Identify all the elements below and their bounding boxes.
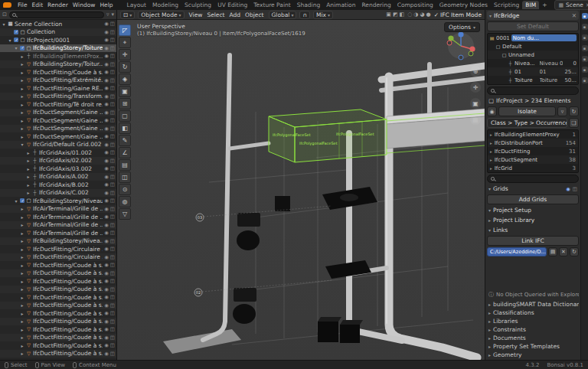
outliner-row[interactable]: ▸ ▽ IfcDuctFitting/Coude à s... ◉ ◫ xyxy=(0,302,116,310)
workspace-tab[interactable]: Texture Paint xyxy=(250,1,293,9)
hide-viewport-eye-icon[interactable]: ◉ xyxy=(104,206,109,212)
hide-viewport-eye-icon[interactable]: ◉ xyxy=(104,254,109,260)
hide-render-camera-icon[interactable]: ◫ xyxy=(110,149,115,155)
sidebar-tab-icon[interactable]: ▪ xyxy=(582,24,588,30)
hide-viewport-eye-icon[interactable]: ◉ xyxy=(104,342,109,348)
hide-render-camera-icon[interactable]: ◫ xyxy=(110,342,115,348)
chevron-right-icon[interactable]: ▸ xyxy=(490,158,492,162)
expand-arrow-icon[interactable]: ▸ xyxy=(20,70,24,75)
blender-logo-icon[interactable] xyxy=(3,2,11,8)
toolbar-tool-button[interactable]: ▣ xyxy=(119,86,131,97)
hide-render-camera-icon[interactable]: ◫ xyxy=(110,142,115,148)
hide-viewport-eye-icon[interactable]: ◉ xyxy=(104,230,109,236)
outliner-row[interactable]: ▾ ▢ IfcProject/0001 ◉ ◫ xyxy=(0,36,116,44)
workspace-tab[interactable]: Animation xyxy=(323,1,358,9)
hide-render-camera-icon[interactable]: ◫ xyxy=(110,93,115,100)
outliner-row[interactable]: ▸ ▽ IfcDuctFitting/Coude à s... ◉ ◫ xyxy=(0,350,116,358)
shading-mode-icon[interactable]: ◕ xyxy=(420,11,424,18)
hide-viewport-eye-icon[interactable]: ◉ xyxy=(104,262,109,268)
outliner-row[interactable]: ▸ ▽ IfcAirTerminal/Grille de ... ◉ ◫ xyxy=(0,229,116,237)
overlay-toggle-icon[interactable]: ▣ xyxy=(386,11,391,18)
hide-render-camera-icon[interactable]: ◫ xyxy=(110,294,115,300)
collection-checkbox[interactable] xyxy=(14,30,18,34)
sidebar-tab-icon[interactable]: ▪ xyxy=(582,13,588,19)
collection-checkbox[interactable] xyxy=(14,38,18,42)
workspace-tab[interactable]: Modeling xyxy=(149,1,181,9)
sidebar-tab-icon[interactable]: ▪ xyxy=(582,77,588,83)
hide-render-camera-icon[interactable]: ◫ xyxy=(110,37,115,43)
outliner-row[interactable]: ▸ ▽ IfcAirTerminal/Grille de ... ◉ ◫ xyxy=(0,205,116,214)
expand-arrow-icon[interactable]: ▾ xyxy=(14,198,18,204)
funnel-icon[interactable]: ▿ xyxy=(557,106,567,116)
chevron-right-icon[interactable]: ▸ xyxy=(490,132,492,137)
outliner-row[interactable]: ▸ ▽ IfcDuctFitting/Coude à s... ◉ ◫ xyxy=(0,269,116,278)
hide-viewport-eye-icon[interactable]: ◉ xyxy=(104,29,109,35)
hide-viewport-eye-icon[interactable]: ◉ xyxy=(104,181,109,188)
topbar-menu[interactable]: Help xyxy=(98,2,114,8)
spatial-tree-row[interactable]: ▢ Default xyxy=(488,42,578,51)
toolbar-tool-button[interactable]: ▢ xyxy=(119,110,131,122)
class-search-input[interactable] xyxy=(487,175,579,183)
expand-arrow-icon[interactable]: ▸ xyxy=(26,158,31,163)
project-library-section-header[interactable]: ▸ Project Library xyxy=(487,216,579,224)
outliner-row[interactable]: ▾ ▽ IfcGrid/Default Grid.002 ◉ ◫ xyxy=(0,141,116,149)
hide-render-camera-icon[interactable]: ◫ xyxy=(110,158,115,164)
outliner-row[interactable]: ▸ ▽ IfcDuctSegment/Gaine ... ◉ ◫ xyxy=(0,132,116,141)
workspace-tab[interactable]: Compositing xyxy=(394,1,436,9)
topbar-menu[interactable]: File xyxy=(16,2,29,8)
hide-viewport-eye-icon[interactable]: ◉ xyxy=(104,93,109,100)
toolbar-tool-button[interactable]: ✎ xyxy=(119,135,131,146)
shading-mode-icon[interactable]: ◑ xyxy=(413,11,418,18)
links-section-header[interactable]: ▾ Links xyxy=(487,226,579,234)
hide-viewport-eye-icon[interactable]: ◉ xyxy=(104,190,109,196)
expand-arrow-icon[interactable]: ▸ xyxy=(20,247,24,252)
expand-arrow-icon[interactable]: ▸ xyxy=(20,279,24,284)
hide-render-camera-icon[interactable]: ◫ xyxy=(110,238,115,244)
filter-options-icon[interactable]: ▾ xyxy=(111,11,114,18)
spatial-tree-root-row[interactable]: ▤ 0001 Nom du... xyxy=(488,34,578,42)
expand-arrow-icon[interactable]: ▸ xyxy=(20,93,24,99)
hide-render-camera-icon[interactable]: ◫ xyxy=(110,214,115,220)
viewport-menu[interactable]: Add xyxy=(228,11,243,18)
expand-arrow-icon[interactable]: ▸ xyxy=(20,222,24,227)
hide-viewport-eye-icon[interactable]: ◉ xyxy=(104,109,109,116)
hide-viewport-eye-icon[interactable]: ◉ xyxy=(104,133,109,139)
expand-arrow-icon[interactable]: ▸ xyxy=(20,254,24,260)
hide-render-camera-icon[interactable]: ◫ xyxy=(110,69,115,75)
set-default-button[interactable]: Set Default xyxy=(487,21,579,31)
hide-viewport-eye-icon[interactable]: ◉ xyxy=(104,21,109,27)
expand-arrow-icon[interactable]: ▸ xyxy=(20,302,24,308)
collapsed-section-header[interactable]: ▸ Property Set Templates xyxy=(487,342,579,351)
hide-viewport-eye-icon[interactable]: ◉ xyxy=(104,158,109,164)
hide-render-camera-icon[interactable]: ◫ xyxy=(110,262,115,268)
display-mode-icon[interactable]: ⊡ xyxy=(2,11,7,18)
grids-monitor-icon[interactable]: ◫ xyxy=(573,186,577,192)
outliner-row[interactable]: ▸ ▽ IfcDuctFitting/Coude à s... ◉ ◫ xyxy=(0,68,116,77)
outliner-row[interactable]: ▸ ┼ IfcGridAxis/03.002 ◉ ◫ xyxy=(0,165,116,173)
workspace-tab[interactable]: Layout xyxy=(123,1,149,9)
spatial-tree-row[interactable]: ┼ 01 01 25... xyxy=(488,67,578,76)
hide-viewport-eye-icon[interactable]: ◉ xyxy=(104,278,109,284)
hide-viewport-eye-icon[interactable]: ◉ xyxy=(104,270,109,276)
hide-viewport-eye-icon[interactable]: ◉ xyxy=(104,286,109,292)
hide-viewport-eye-icon[interactable]: ◉ xyxy=(104,326,109,332)
hide-viewport-eye-icon[interactable]: ◉ xyxy=(104,149,109,155)
outliner-row[interactable]: ▸ ▽ IfcDuctFitting/Coude à s... ◉ ◫ xyxy=(0,334,116,342)
expand-arrow-icon[interactable]: ▾ xyxy=(20,142,24,147)
shading-mode-icon[interactable]: ◌ xyxy=(407,11,412,18)
workspace-tab[interactable]: UV Editing xyxy=(214,1,250,9)
outliner-row[interactable]: ▸ ▽ IfcDuctSegment/Gaine ... ◉ ◫ xyxy=(0,116,116,125)
workspace-tab[interactable]: Scripting xyxy=(491,1,522,9)
chevron-right-icon[interactable]: ▸ xyxy=(490,149,492,154)
shading-mode-icon[interactable]: ● xyxy=(426,11,431,18)
hide-viewport-eye-icon[interactable]: ◉ xyxy=(104,318,109,325)
hide-viewport-eye-icon[interactable]: ◉ xyxy=(104,77,109,83)
viewport-nav-button[interactable]: ▣ xyxy=(470,98,481,109)
outliner-row[interactable]: ▸ ▽ IfcDuctFitting/Coude à s... ◉ ◫ xyxy=(0,277,116,286)
chevron-right-icon[interactable]: ▸ xyxy=(490,166,492,171)
hide-render-camera-icon[interactable]: ◫ xyxy=(110,29,115,35)
outliner-row[interactable]: ▸ ▽ IfcDuctFitting/Coude à s... ◉ ◫ xyxy=(0,341,116,350)
link-ifc-button[interactable]: Link IFC xyxy=(487,236,579,246)
collection-checkbox[interactable] xyxy=(20,46,24,51)
hide-render-camera-icon[interactable]: ◫ xyxy=(110,318,115,325)
